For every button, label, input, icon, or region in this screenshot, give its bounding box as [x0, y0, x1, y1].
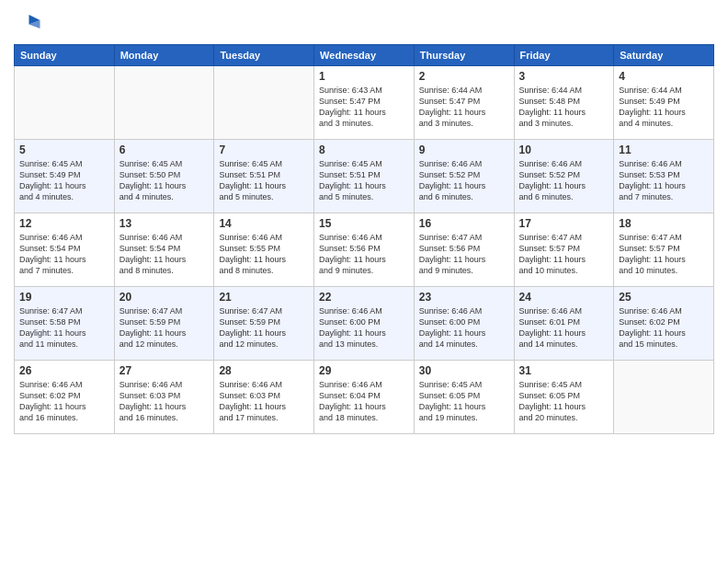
day-number: 23 [419, 291, 509, 304]
day-number: 8 [319, 144, 409, 156]
day-number: 17 [519, 217, 609, 230]
week-row-4: 19Sunrise: 6:47 AMSunset: 5:58 PMDayligh… [15, 287, 714, 361]
day-number: 2 [419, 70, 509, 83]
page: SundayMondayTuesdayWednesdayThursdayFrid… [0, 0, 728, 563]
calendar-cell: 31Sunrise: 6:45 AMSunset: 6:05 PMDayligh… [514, 361, 614, 434]
day-info: Sunrise: 6:46 AMSunset: 6:00 PMDaylight:… [419, 305, 509, 350]
calendar-cell: 15Sunrise: 6:46 AMSunset: 5:56 PMDayligh… [314, 213, 415, 287]
day-info: Sunrise: 6:47 AMSunset: 5:57 PMDaylight:… [619, 232, 709, 277]
calendar-cell: 18Sunrise: 6:47 AMSunset: 5:57 PMDayligh… [614, 213, 714, 287]
day-info: Sunrise: 6:44 AMSunset: 5:47 PMDaylight:… [419, 85, 509, 130]
day-info: Sunrise: 6:45 AMSunset: 6:05 PMDaylight:… [419, 379, 509, 424]
calendar-cell [614, 361, 714, 434]
day-info: Sunrise: 6:46 AMSunset: 6:04 PMDaylight:… [319, 379, 409, 424]
day-info: Sunrise: 6:46 AMSunset: 5:52 PMDaylight:… [519, 158, 609, 203]
weekday-tuesday: Tuesday [214, 45, 314, 66]
day-number: 29 [319, 364, 409, 377]
day-info: Sunrise: 6:47 AMSunset: 5:57 PMDaylight:… [519, 232, 609, 277]
day-number: 28 [219, 364, 309, 377]
day-info: Sunrise: 6:46 AMSunset: 5:54 PMDaylight:… [119, 232, 210, 277]
weekday-saturday: Saturday [614, 45, 714, 66]
day-info: Sunrise: 6:46 AMSunset: 5:54 PMDaylight:… [19, 232, 109, 277]
calendar-cell [15, 66, 115, 140]
calendar-cell: 22Sunrise: 6:46 AMSunset: 6:00 PMDayligh… [314, 287, 415, 361]
day-info: Sunrise: 6:45 AMSunset: 5:51 PMDaylight:… [219, 158, 309, 203]
calendar-cell: 6Sunrise: 6:45 AMSunset: 5:50 PMDaylight… [114, 140, 214, 213]
calendar-cell: 17Sunrise: 6:47 AMSunset: 5:57 PMDayligh… [514, 213, 614, 287]
week-row-3: 12Sunrise: 6:46 AMSunset: 5:54 PMDayligh… [15, 213, 714, 287]
day-info: Sunrise: 6:46 AMSunset: 5:55 PMDaylight:… [219, 232, 309, 277]
day-info: Sunrise: 6:46 AMSunset: 6:00 PMDaylight:… [319, 305, 409, 350]
day-number: 26 [19, 364, 109, 377]
day-number: 5 [19, 144, 109, 156]
calendar-cell [114, 66, 214, 140]
day-info: Sunrise: 6:43 AMSunset: 5:47 PMDaylight:… [319, 85, 409, 130]
calendar-cell: 2Sunrise: 6:44 AMSunset: 5:47 PMDaylight… [414, 66, 514, 140]
calendar-cell: 11Sunrise: 6:46 AMSunset: 5:53 PMDayligh… [614, 140, 714, 213]
calendar-cell: 28Sunrise: 6:46 AMSunset: 6:03 PMDayligh… [214, 361, 314, 434]
day-number: 22 [319, 291, 409, 304]
calendar-cell: 27Sunrise: 6:46 AMSunset: 6:03 PMDayligh… [114, 361, 214, 434]
calendar-cell: 7Sunrise: 6:45 AMSunset: 5:51 PMDaylight… [214, 140, 314, 213]
calendar-cell: 29Sunrise: 6:46 AMSunset: 6:04 PMDayligh… [314, 361, 415, 434]
day-info: Sunrise: 6:45 AMSunset: 5:49 PMDaylight:… [19, 158, 109, 203]
week-row-1: 1Sunrise: 6:43 AMSunset: 5:47 PMDaylight… [15, 66, 714, 140]
day-info: Sunrise: 6:46 AMSunset: 5:53 PMDaylight:… [619, 158, 709, 203]
day-info: Sunrise: 6:47 AMSunset: 5:59 PMDaylight:… [219, 305, 309, 350]
calendar-cell: 23Sunrise: 6:46 AMSunset: 6:00 PMDayligh… [414, 287, 514, 361]
weekday-header-row: SundayMondayTuesdayWednesdayThursdayFrid… [15, 45, 714, 66]
calendar-cell [214, 66, 314, 140]
calendar: SundayMondayTuesdayWednesdayThursdayFrid… [14, 44, 714, 434]
day-info: Sunrise: 6:45 AMSunset: 5:51 PMDaylight:… [319, 158, 409, 203]
day-number: 11 [619, 144, 709, 156]
day-info: Sunrise: 6:46 AMSunset: 5:56 PMDaylight:… [319, 232, 409, 277]
calendar-cell: 9Sunrise: 6:46 AMSunset: 5:52 PMDaylight… [414, 140, 514, 213]
day-info: Sunrise: 6:46 AMSunset: 6:02 PMDaylight:… [619, 305, 709, 350]
day-number: 1 [319, 70, 409, 83]
weekday-monday: Monday [114, 45, 214, 66]
calendar-cell: 24Sunrise: 6:46 AMSunset: 6:01 PMDayligh… [514, 287, 614, 361]
calendar-cell: 19Sunrise: 6:47 AMSunset: 5:58 PMDayligh… [15, 287, 115, 361]
day-number: 15 [319, 217, 409, 230]
weekday-wednesday: Wednesday [314, 45, 415, 66]
day-number: 25 [619, 291, 709, 304]
calendar-cell: 25Sunrise: 6:46 AMSunset: 6:02 PMDayligh… [614, 287, 714, 361]
day-number: 7 [219, 144, 309, 156]
day-number: 12 [19, 217, 109, 230]
day-number: 19 [19, 291, 109, 304]
day-info: Sunrise: 6:44 AMSunset: 5:49 PMDaylight:… [619, 85, 709, 130]
calendar-cell: 13Sunrise: 6:46 AMSunset: 5:54 PMDayligh… [114, 213, 214, 287]
day-info: Sunrise: 6:46 AMSunset: 6:03 PMDaylight:… [219, 379, 309, 424]
day-info: Sunrise: 6:44 AMSunset: 5:48 PMDaylight:… [519, 85, 609, 130]
calendar-cell: 12Sunrise: 6:46 AMSunset: 5:54 PMDayligh… [15, 213, 115, 287]
day-number: 9 [419, 144, 509, 156]
day-info: Sunrise: 6:47 AMSunset: 5:56 PMDaylight:… [419, 232, 509, 277]
day-number: 21 [219, 291, 309, 304]
logo-icon [14, 9, 41, 37]
calendar-cell: 30Sunrise: 6:45 AMSunset: 6:05 PMDayligh… [414, 361, 514, 434]
calendar-cell: 16Sunrise: 6:47 AMSunset: 5:56 PMDayligh… [414, 213, 514, 287]
calendar-cell: 1Sunrise: 6:43 AMSunset: 5:47 PMDaylight… [314, 66, 415, 140]
calendar-cell: 4Sunrise: 6:44 AMSunset: 5:49 PMDaylight… [614, 66, 714, 140]
weekday-sunday: Sunday [15, 45, 115, 66]
day-info: Sunrise: 6:46 AMSunset: 6:01 PMDaylight:… [519, 305, 609, 350]
day-info: Sunrise: 6:45 AMSunset: 6:05 PMDaylight:… [519, 379, 609, 424]
week-row-5: 26Sunrise: 6:46 AMSunset: 6:02 PMDayligh… [15, 361, 714, 434]
day-number: 20 [119, 291, 210, 304]
day-number: 30 [419, 364, 509, 377]
calendar-cell: 8Sunrise: 6:45 AMSunset: 5:51 PMDaylight… [314, 140, 415, 213]
day-info: Sunrise: 6:45 AMSunset: 5:50 PMDaylight:… [119, 158, 210, 203]
day-info: Sunrise: 6:47 AMSunset: 5:59 PMDaylight:… [119, 305, 210, 350]
day-number: 13 [119, 217, 210, 230]
day-info: Sunrise: 6:47 AMSunset: 5:58 PMDaylight:… [19, 305, 109, 350]
day-number: 14 [219, 217, 309, 230]
calendar-cell: 26Sunrise: 6:46 AMSunset: 6:02 PMDayligh… [15, 361, 115, 434]
header [14, 9, 714, 37]
calendar-cell: 5Sunrise: 6:45 AMSunset: 5:49 PMDaylight… [15, 140, 115, 213]
week-row-2: 5Sunrise: 6:45 AMSunset: 5:49 PMDaylight… [15, 140, 714, 213]
calendar-cell: 3Sunrise: 6:44 AMSunset: 5:48 PMDaylight… [514, 66, 614, 140]
weekday-thursday: Thursday [414, 45, 514, 66]
calendar-cell: 20Sunrise: 6:47 AMSunset: 5:59 PMDayligh… [114, 287, 214, 361]
day-info: Sunrise: 6:46 AMSunset: 6:02 PMDaylight:… [19, 379, 109, 424]
day-number: 24 [519, 291, 609, 304]
